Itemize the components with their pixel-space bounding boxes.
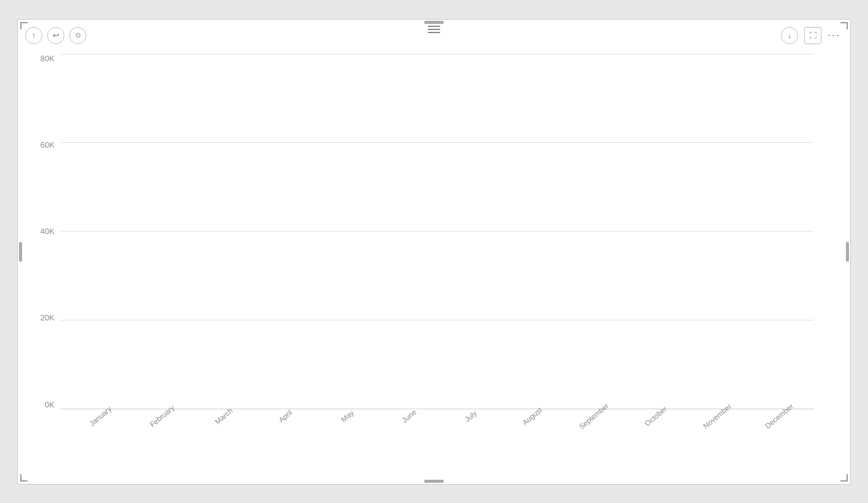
bars-wrapper [61,54,813,409]
x-label-february: February [129,409,191,422]
toolbar-left: ↑ ↩ ⊙ [25,27,86,44]
chart-widget: ↑ ↩ ⊙ ↓ ⛶ ··· [17,19,851,485]
y-label-20k: 20K [27,313,55,322]
y-label-80k: 80K [27,54,55,63]
more-button[interactable]: ··· [828,29,840,42]
x-label-text-june: June [400,407,418,424]
expand-button[interactable]: ⛶ [804,27,821,44]
toolbar-right: ↓ ⛶ ··· [781,27,840,44]
resize-handle-br[interactable] [840,474,848,482]
x-label-june: June [375,409,437,422]
chart-area: 0K 20K 40K 60K 80K [18,54,850,471]
resize-handle-top[interactable] [424,21,444,24]
expand-icon: ⛶ [809,31,817,40]
x-label-october: October [622,409,684,422]
y-axis-labels: 0K 20K 40K 60K 80K [27,54,55,409]
resize-handle-tr[interactable] [840,22,848,29]
x-label-august: August [499,409,561,422]
toolbar-center [428,26,440,33]
x-label-text-may: May [339,408,355,423]
y-label-0k: 0K [27,400,55,409]
y-label-40k: 40K [27,227,55,236]
x-labels-row: JanuaryFebruaryMarchAprilMayJuneJulyAugu… [61,409,813,440]
resize-handle-tl[interactable] [20,22,28,29]
resize-handle-bottom[interactable] [424,480,444,483]
lock-button[interactable]: ⊙ [69,27,86,44]
grid-and-bars: JanuaryFebruaryMarchAprilMayJuneJulyAugu… [61,54,813,440]
x-label-january: January [67,409,129,422]
x-label-text-march: March [213,406,235,426]
back-button[interactable]: ↩ [47,27,64,44]
y-label-60k: 60K [27,140,55,149]
x-label-september: September [560,409,622,422]
x-label-march: March [190,409,252,422]
chart-inner: 0K 20K 40K 60K 80K [61,54,813,440]
menu-button[interactable] [428,26,440,33]
back-icon: ↩ [53,31,59,40]
resize-handle-bl[interactable] [20,474,28,482]
x-label-december: December [745,409,807,422]
x-label-text-august: August [521,405,544,426]
x-label-april: April [252,409,314,422]
x-label-november: November [684,409,746,422]
more-icon: ··· [828,29,840,41]
download-icon: ↓ [788,31,792,40]
lock-icon: ⊙ [75,31,81,39]
up-button[interactable]: ↑ [25,27,42,44]
toolbar: ↑ ↩ ⊙ ↓ ⛶ ··· [18,20,850,49]
x-label-july: July [437,409,499,422]
x-label-text-april: April [277,408,294,424]
x-label-may: May [314,409,376,422]
download-button[interactable]: ↓ [781,27,798,44]
up-icon: ↑ [32,31,36,40]
x-label-text-july: July [463,409,478,423]
